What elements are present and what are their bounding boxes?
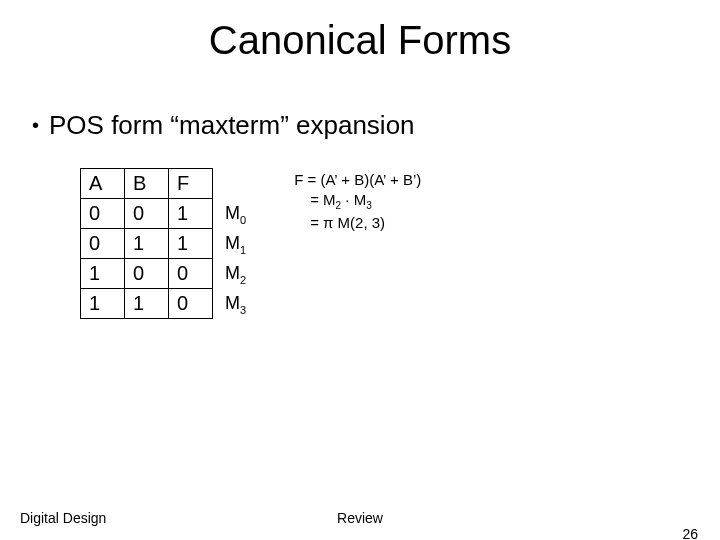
content-area: A B F 0 0 1 0 1 1 1 0 0 1 1 0 M0 M1 M2 M… <box>80 168 421 319</box>
cell-a: 0 <box>81 199 125 229</box>
cell-f: 1 <box>169 229 213 259</box>
cell-b: 1 <box>125 229 169 259</box>
bullet-text: POS form “maxterm” expansion <box>49 110 415 140</box>
bullet-dot: • <box>32 114 39 137</box>
table-row: A B F <box>81 169 213 199</box>
cell-b: 0 <box>125 259 169 289</box>
equation-block: F = (A’ + B)(A’ + B’) = M2 · M3 = π M(2,… <box>294 170 421 233</box>
page-title: Canonical Forms <box>0 0 720 63</box>
footer-center: Review <box>0 510 720 526</box>
maxterm-label: M1 <box>225 228 246 258</box>
cell-f: 1 <box>169 199 213 229</box>
equation-line2: = M2 · M3 <box>310 190 421 213</box>
cell-b: 0 <box>125 199 169 229</box>
cell-a: 0 <box>81 229 125 259</box>
cell-b: 1 <box>125 289 169 319</box>
cell-f: 0 <box>169 289 213 319</box>
table-row: 0 1 1 <box>81 229 213 259</box>
col-a-header: A <box>81 169 125 199</box>
bullet-line: •POS form “maxterm” expansion <box>32 110 415 141</box>
col-b-header: B <box>125 169 169 199</box>
maxterm-label: M0 <box>225 198 246 228</box>
maxterm-column: M0 M1 M2 M3 <box>225 168 246 318</box>
footer: Digital Design Review 26 <box>0 510 720 526</box>
equation-line1: F = (A’ + B)(A’ + B’) <box>294 170 421 190</box>
cell-f: 0 <box>169 259 213 289</box>
maxterm-label: M2 <box>225 258 246 288</box>
footer-page-number: 26 <box>682 526 698 540</box>
table-row: 1 0 0 <box>81 259 213 289</box>
equation-line3: = π M(2, 3) <box>310 213 421 233</box>
cell-a: 1 <box>81 259 125 289</box>
footer-left: Digital Design <box>20 510 106 526</box>
table-row: 1 1 0 <box>81 289 213 319</box>
cell-a: 1 <box>81 289 125 319</box>
table-row: 0 0 1 <box>81 199 213 229</box>
col-f-header: F <box>169 169 213 199</box>
truth-table: A B F 0 0 1 0 1 1 1 0 0 1 1 0 <box>80 168 213 319</box>
maxterm-label: M3 <box>225 288 246 318</box>
